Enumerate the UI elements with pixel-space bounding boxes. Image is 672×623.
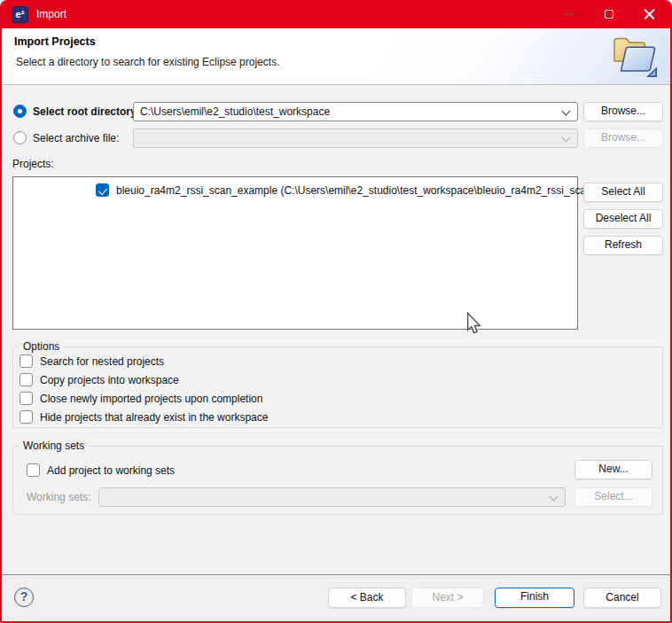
archive-file-combo xyxy=(133,128,578,148)
select-archive-file-label: Select archive file: xyxy=(33,132,119,144)
deselect-all-button[interactable]: Deselect All xyxy=(583,209,663,229)
project-checkbox[interactable] xyxy=(96,183,109,197)
wizard-header: Import Projects Select a directory to se… xyxy=(2,28,670,85)
finish-button[interactable]: Finish xyxy=(495,588,574,608)
button-bar: ? < Back Next > Finish Cancel xyxy=(2,574,670,621)
working-sets-label: Working sets: xyxy=(27,491,90,503)
browse-archive-button: Browse... xyxy=(583,128,663,148)
page-subtitle: Select a directory to search for existin… xyxy=(16,56,279,68)
maximize-icon xyxy=(605,10,613,19)
titlebar[interactable]: e² Import xyxy=(2,0,670,28)
copy-projects-checkbox[interactable] xyxy=(20,373,33,386)
working-sets-legend: Working sets xyxy=(20,440,88,452)
e2-studio-app-icon: e² xyxy=(12,6,28,23)
select-all-button[interactable]: Select All xyxy=(583,183,663,202)
select-root-directory-label: Select root directory: xyxy=(33,105,140,118)
chevron-down-icon xyxy=(550,493,559,502)
select-working-set-button: Select... xyxy=(574,487,652,507)
wizard-content: Select root directory: C:\Users\emil\e2_… xyxy=(2,85,670,574)
chevron-down-icon xyxy=(562,134,571,143)
search-nested-projects-option[interactable]: Search for nested projects xyxy=(20,354,164,368)
help-button[interactable]: ? xyxy=(14,588,34,607)
copy-projects-label: Copy projects into workspace xyxy=(40,374,179,386)
close-icon xyxy=(644,8,656,20)
hide-existing-label: Hide projects that already exist in the … xyxy=(40,411,268,424)
working-sets-group: Working sets Add project to working sets… xyxy=(12,446,663,515)
back-button[interactable]: < Back xyxy=(328,588,406,608)
import-dialog-window: e² Import Import Projects Select a direc… xyxy=(0,0,672,623)
refresh-button[interactable]: Refresh xyxy=(583,236,663,255)
hide-existing-option[interactable]: Hide projects that already exist in the … xyxy=(20,410,268,424)
page-title: Import Projects xyxy=(14,35,96,48)
browse-root-button[interactable]: Browse... xyxy=(583,102,663,121)
select-archive-file-radio[interactable] xyxy=(13,131,27,144)
close-button[interactable] xyxy=(629,0,670,28)
project-list-item[interactable]: bleuio_ra4m2_rssi_scan_example (C:\Users… xyxy=(96,183,642,197)
add-to-working-sets-option[interactable]: Add project to working sets xyxy=(27,463,175,477)
search-nested-checkbox[interactable] xyxy=(20,354,33,368)
working-sets-combo xyxy=(98,487,566,507)
close-imported-label: Close newly imported projects upon compl… xyxy=(40,393,262,405)
close-imported-option[interactable]: Close newly imported projects upon compl… xyxy=(20,392,262,405)
projects-list[interactable]: bleuio_ra4m2_rssi_scan_example (C:\Users… xyxy=(12,176,578,330)
copy-projects-option[interactable]: Copy projects into workspace xyxy=(20,373,179,386)
project-item-text: bleuio_ra4m2_rssi_scan_example (C:\Users… xyxy=(116,184,642,197)
search-nested-label: Search for nested projects xyxy=(40,355,164,368)
cancel-button[interactable]: Cancel xyxy=(583,588,661,608)
projects-label: Projects: xyxy=(12,158,54,170)
select-root-directory-radio[interactable] xyxy=(13,105,27,118)
new-working-set-button[interactable]: New... xyxy=(574,460,652,479)
maximize-button[interactable] xyxy=(589,0,629,28)
window-controls xyxy=(548,0,670,28)
chevron-down-icon[interactable] xyxy=(562,107,571,116)
close-imported-checkbox[interactable] xyxy=(20,392,33,405)
options-legend: Options xyxy=(20,340,63,353)
add-working-sets-checkbox[interactable] xyxy=(27,463,40,477)
mouse-cursor xyxy=(466,312,481,335)
add-working-sets-label: Add project to working sets xyxy=(47,464,175,477)
options-group: Options Search for nested projects Copy … xyxy=(12,347,663,428)
import-folder-icon xyxy=(608,32,658,82)
app-badge-text: e² xyxy=(16,9,25,19)
window-title: Import xyxy=(36,8,66,20)
minimize-button[interactable] xyxy=(548,0,589,28)
minimize-icon xyxy=(564,13,574,15)
root-directory-combo[interactable]: C:\Users\emil\e2_studio\test_workspace xyxy=(133,102,578,121)
root-directory-value: C:\Users\emil\e2_studio\test_workspace xyxy=(140,105,330,118)
hide-existing-checkbox[interactable] xyxy=(20,410,33,424)
next-button: Next > xyxy=(411,588,484,608)
